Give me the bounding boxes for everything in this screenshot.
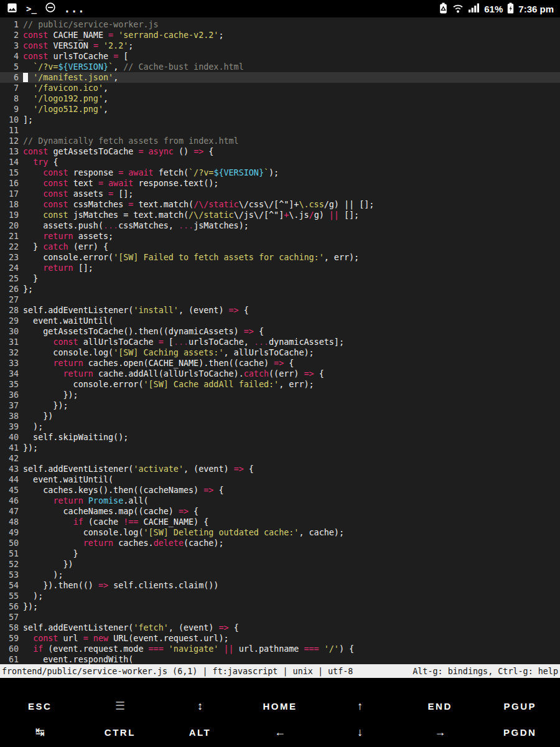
code-line[interactable]: 1// public/service-worker.js <box>0 19 560 30</box>
code-line[interactable]: 12// Dynamically fetch assets from index… <box>0 136 560 146</box>
key-arrow-down[interactable]: ↓ <box>320 719 400 745</box>
extra-keys-row-1: ESC☰↕HOME↑ENDPGUP <box>0 693 560 719</box>
code-line[interactable]: 34 return cache.addAll(allUrlsToCache).c… <box>0 369 560 379</box>
code-line[interactable]: 5 `/?v=${VERSION}`, // Cache-bust index.… <box>0 62 560 72</box>
code-line[interactable]: 28self.addEventListener('install', (even… <box>0 305 560 316</box>
code-line[interactable]: 48 if (cache !== CACHE_NAME) { <box>0 517 560 527</box>
key-pgdn[interactable]: PGDN <box>480 719 560 745</box>
line-number: 56 <box>0 601 19 612</box>
key-updown[interactable]: ↕ <box>160 693 240 719</box>
code-line[interactable]: 2const CACHE_NAME = 'serrand-cache-v2.2'… <box>0 30 560 40</box>
code-text: const allUrlsToCache = [...urlsToCache, … <box>19 337 344 347</box>
code-line[interactable]: 20 assets.push(...cssMatches, ...jsMatch… <box>0 220 560 231</box>
key-end[interactable]: END <box>400 693 480 719</box>
code-line[interactable]: 40 self.skipWaiting(); <box>0 432 560 443</box>
code-line[interactable]: 35 console.error('[SW] Cache addAll fail… <box>0 379 560 390</box>
key-tab[interactable]: ↹ <box>0 719 80 745</box>
code-text: // Dynamically fetch assets from index.h… <box>19 136 239 146</box>
code-line[interactable]: 60 if (event.request.mode === 'navigate'… <box>0 644 560 654</box>
code-line[interactable]: 32 console.log('[SW] Caching assets:', a… <box>0 347 560 358</box>
code-line[interactable]: 4const urlsToCache = [ <box>0 51 560 62</box>
system-indicators: 61% 7:36 pm <box>439 2 554 16</box>
line-number: 29 <box>0 316 19 326</box>
code-line[interactable]: 23 console.error('[SW] Failed to fetch a… <box>0 252 560 263</box>
code-line[interactable]: 27 <box>0 294 560 305</box>
code-text: '/logo192.png', <box>19 93 108 104</box>
code-line[interactable]: 14 try { <box>0 157 560 167</box>
code-text: }) <box>19 559 73 570</box>
line-number: 44 <box>0 474 19 485</box>
code-text: return caches.delete(cache); <box>19 538 224 548</box>
key-home[interactable]: HOME <box>240 693 320 719</box>
code-line[interactable]: 29 event.waitUntil( <box>0 316 560 326</box>
code-line[interactable]: 39 ); <box>0 421 560 432</box>
code-text: self.addEventListener('install', (event)… <box>19 305 249 316</box>
code-line[interactable]: 46 return Promise.all( <box>0 496 560 506</box>
code-text: ); <box>19 570 63 580</box>
code-line[interactable]: 10]; <box>0 115 560 125</box>
code-line[interactable]: 26}; <box>0 284 560 294</box>
line-number: 13 <box>0 146 19 157</box>
code-line[interactable]: 52 }) <box>0 559 560 570</box>
line-number: 22 <box>0 242 19 252</box>
code-line[interactable]: 58self.addEventListener('fetch', (event)… <box>0 622 560 633</box>
code-line[interactable]: 37 }); <box>0 400 560 411</box>
code-line[interactable]: 22 } catch (err) { <box>0 242 560 252</box>
code-line[interactable]: 25 } <box>0 273 560 284</box>
key-alt[interactable]: ALT <box>160 719 240 745</box>
code-line[interactable]: 13const getAssetsToCache = async () => { <box>0 146 560 157</box>
code-line[interactable]: 47 cacheNames.map((cache) => { <box>0 506 560 517</box>
code-line[interactable]: 15 const response = await fetch(`/?v=${V… <box>0 167 560 178</box>
code-line[interactable]: 18 const cssMatches = text.match(/\/stat… <box>0 199 560 210</box>
code-line[interactable]: 3const VERSION = '2.2'; <box>0 40 560 51</box>
battery-charging-icon <box>507 2 514 16</box>
code-line[interactable]: 51 } <box>0 548 560 559</box>
code-line[interactable]: 61 event.respondWith( <box>0 654 560 664</box>
code-line[interactable]: 44 event.waitUntil( <box>0 474 560 485</box>
code-line[interactable]: 41}); <box>0 443 560 453</box>
code-line[interactable]: 54 }).then(() => self.clients.claim()) <box>0 580 560 591</box>
key-arrow-up[interactable]: ↑ <box>320 693 400 719</box>
battery-saver-icon <box>439 2 447 16</box>
code-line[interactable]: 17 const assets = []; <box>0 189 560 199</box>
line-number: 52 <box>0 559 19 570</box>
code-line[interactable]: 11 <box>0 125 560 136</box>
line-number: 55 <box>0 591 19 601</box>
code-editor[interactable]: 1// public/service-worker.js2const CACHE… <box>0 17 560 664</box>
text-cursor <box>23 73 28 82</box>
key-ctrl[interactable]: CTRL <box>80 719 161 745</box>
code-line[interactable]: 16 const text = await response.text(); <box>0 178 560 189</box>
code-line[interactable]: 57 <box>0 612 560 622</box>
code-line[interactable]: 45 caches.keys().then((cacheNames) => { <box>0 485 560 496</box>
code-line[interactable]: 56}); <box>0 601 560 612</box>
key-pgup[interactable]: PGUP <box>480 693 560 719</box>
code-line[interactable]: 55 ); <box>0 591 560 601</box>
key-arrow-right[interactable]: → <box>400 719 480 745</box>
code-line[interactable]: 38 }) <box>0 411 560 421</box>
code-line[interactable]: 21 return assets; <box>0 231 560 242</box>
code-line[interactable]: 50 return caches.delete(cache); <box>0 538 560 548</box>
code-line-current[interactable]: 6 '/manifest.json', <box>0 72 560 83</box>
key-arrow-left[interactable]: ← <box>240 719 320 745</box>
code-line[interactable]: 33 return caches.open(CACHE_NAME).then((… <box>0 358 560 369</box>
code-line[interactable]: 31 const allUrlsToCache = [...urlsToCach… <box>0 337 560 347</box>
code-line[interactable]: 36 }); <box>0 390 560 400</box>
code-line[interactable]: 42 <box>0 453 560 464</box>
code-line[interactable]: 7 '/favicon.ico', <box>0 83 560 93</box>
code-line[interactable]: 30 getAssetsToCache().then((dynamicAsset… <box>0 326 560 337</box>
key-esc[interactable]: ESC <box>0 693 80 719</box>
code-line[interactable]: 24 return []; <box>0 263 560 273</box>
statusline-file-info: frontend/public/service-worker.js (6,1) … <box>2 667 353 676</box>
code-line[interactable]: 8 '/logo192.png', <box>0 93 560 104</box>
line-number: 58 <box>0 622 19 633</box>
code-line[interactable]: 53 ); <box>0 570 560 580</box>
code-text <box>19 125 23 136</box>
code-line[interactable]: 49 console.log('[SW] Deleting outdated c… <box>0 527 560 538</box>
code-line[interactable]: 9 '/logo512.png', <box>0 104 560 115</box>
code-text: self.addEventListener('fetch', (event) =… <box>19 622 239 633</box>
key-menu[interactable]: ☰ <box>80 693 161 719</box>
code-line[interactable]: 43self.addEventListener('activate', (eve… <box>0 464 560 474</box>
code-text: event.waitUntil( <box>19 474 113 485</box>
code-line[interactable]: 59 const url = new URL(event.request.url… <box>0 633 560 644</box>
code-line[interactable]: 19 const jsMatches = text.match(/\/stati… <box>0 210 560 220</box>
